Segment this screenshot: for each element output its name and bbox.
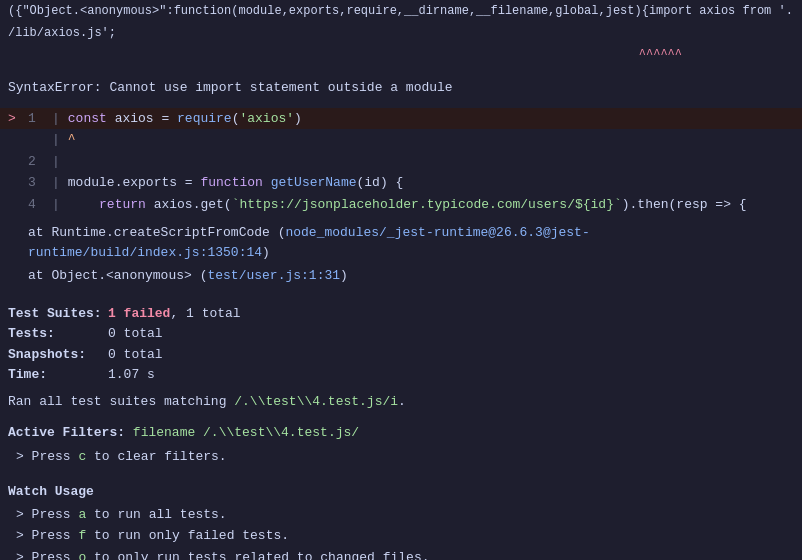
stack-trace-2: at Object.<anonymous> (test/user.js:1:31… xyxy=(0,264,802,288)
active-filters-value: filename /.\\test\\4.test.js/ xyxy=(133,425,359,440)
watch-item-a: > Press a to run all tests. xyxy=(0,504,802,526)
snapshots-value: 0 total xyxy=(108,345,163,365)
syntax-error: SyntaxError: Cannot use import statement… xyxy=(0,72,802,102)
time-label: Time: xyxy=(8,365,108,385)
time-value: 1.07 s xyxy=(108,365,155,385)
top-line-1: ({"Object.<anonymous>":function(module,e… xyxy=(0,0,802,22)
tests-row: Tests: 0 total xyxy=(8,324,794,345)
test-suites-label: Test Suites: xyxy=(8,304,108,324)
code-line-4: 4 | return axios.get(`https://jsonplaceh… xyxy=(0,194,802,216)
summary-block: Test Suites: 1 failed, 1 total Tests: 0 … xyxy=(0,296,802,388)
stack-trace-1: at Runtime.createScriptFromCode (node_mo… xyxy=(0,221,802,264)
error-indicator: > xyxy=(8,109,24,129)
tests-value: 0 total xyxy=(108,324,163,344)
test-suites-row: Test Suites: 1 failed, 1 total xyxy=(8,304,794,325)
snapshots-label: Snapshots: xyxy=(8,345,108,365)
tests-label: Tests: xyxy=(8,324,108,344)
ran-line: Ran all test suites matching /.\\test\\4… xyxy=(0,388,802,414)
code-line-2: 2 | xyxy=(0,151,802,173)
watch-item-o: > Press o to only run tests related to c… xyxy=(0,547,802,561)
time-row: Time: 1.07 s xyxy=(8,365,794,386)
test-suites-value: 1 failed, 1 total xyxy=(108,304,241,324)
top-line-2: /lib/axios.js'; xyxy=(0,22,802,44)
watch-item-f: > Press f to run only failed tests. xyxy=(0,525,802,547)
code-line-1: > 1 | const axios = require('axios') xyxy=(0,108,802,130)
snapshots-row: Snapshots: 0 total xyxy=(8,345,794,366)
press-c-line: > Press c to clear filters. xyxy=(0,445,802,469)
terminal-window: ({"Object.<anonymous>":function(module,e… xyxy=(0,0,802,560)
code-line-3: 3 | module.exports = function getUserNam… xyxy=(0,172,802,194)
code-line-caret: | ^ xyxy=(0,129,802,151)
watch-usage-label: Watch Usage xyxy=(0,476,802,504)
active-filters-label: Active Filters: xyxy=(8,425,125,440)
carets: ^^^^^^ xyxy=(0,44,802,66)
active-filters: Active Filters: filename /.\\test\\4.tes… xyxy=(0,421,802,445)
